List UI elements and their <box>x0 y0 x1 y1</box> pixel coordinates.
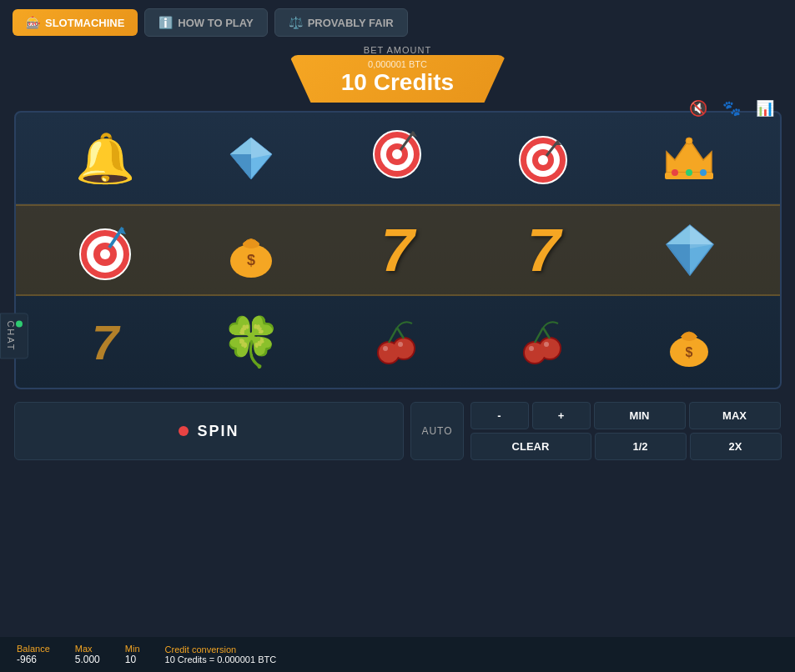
conversion-label: Credit conversion <box>165 644 277 654</box>
bet-controls: - + MIN MAX CLEAR 1/2 2X <box>470 402 782 460</box>
svg-point-39 <box>394 339 414 359</box>
bet-controls-top-row: - + MIN MAX <box>470 402 782 429</box>
conversion-value: 10 Credits = 0.000001 BTC <box>165 654 277 664</box>
svg-point-50 <box>529 346 534 351</box>
slot-cell-target-plain <box>477 125 611 192</box>
double-button[interactable]: 2X <box>690 433 782 460</box>
slotmachine-icon: 🎰 <box>26 16 40 29</box>
svg-point-18 <box>672 169 678 176</box>
max-bar-value: 5.000 <box>75 654 100 665</box>
svg-point-51 <box>544 342 549 347</box>
svg-text:$: $ <box>686 345 693 359</box>
top-navigation: 🎰 SLOTMACHINE ℹ️ HOW TO PLAY ⚖️ PROVABLY… <box>0 0 795 45</box>
cherry-icon-2 <box>516 315 571 369</box>
bet-amount-label: BET AMOUNT <box>289 45 506 55</box>
moneybag-icon-bottom: $ <box>662 315 717 369</box>
slot-row-top: 🔔 <box>16 113 780 204</box>
balance-label: Balance <box>17 644 50 654</box>
min-item: Min 10 <box>125 644 140 665</box>
slot-cell-cherry-2 <box>477 308 611 375</box>
provably-fair-nav-btn[interactable]: ⚖️ PROVABLY FAIR <box>274 8 408 37</box>
slot-cell-moneybag-middle: $ <box>184 217 318 283</box>
svg-line-41 <box>397 328 404 339</box>
clear-button[interactable]: CLEAR <box>470 433 591 460</box>
max-button[interactable]: MAX <box>689 402 781 429</box>
mute-icon[interactable]: 🔇 <box>685 95 712 122</box>
how-to-play-nav-btn[interactable]: ℹ️ HOW TO PLAY <box>144 8 267 37</box>
spin-button[interactable]: SPIN <box>14 402 405 460</box>
slot-cell-diamond-top <box>184 125 318 192</box>
svg-marker-2 <box>230 154 251 179</box>
auto-label: AUTO <box>421 425 452 437</box>
min-bar-label: Min <box>125 644 140 654</box>
scale-icon: ⚖️ <box>289 16 303 29</box>
crown-icon <box>658 131 721 185</box>
minus-button[interactable]: - <box>470 402 529 429</box>
cherry-icon-1 <box>370 315 425 369</box>
slot-cell-target-arrow <box>330 125 464 192</box>
svg-point-47 <box>540 339 560 359</box>
plus-button[interactable]: + <box>532 402 591 429</box>
slot-cell-clover: 🍀 <box>184 308 318 375</box>
svg-point-25 <box>100 249 110 259</box>
bet-amount-badge: 0,000001 BTC 10 Credits <box>289 55 506 103</box>
slot-cell-crown <box>623 125 757 192</box>
svg-point-53 <box>682 333 697 341</box>
chat-tab[interactable]: CHAT <box>0 313 28 359</box>
svg-point-20 <box>700 169 707 176</box>
slot-machine: 🔔 <box>14 111 782 389</box>
slot-cell-cherry-1 <box>330 308 464 375</box>
min-button[interactable]: MIN <box>594 402 686 429</box>
max-bar-label: Max <box>75 644 100 654</box>
main-content: BET AMOUNT 0,000001 BTC 10 Credits 🔇 🐾 📊… <box>0 45 795 460</box>
slot-row-middle: $ 7 7 <box>16 204 780 296</box>
svg-point-42 <box>383 346 388 351</box>
how-to-play-nav-label: HOW TO PLAY <box>178 17 253 29</box>
slotmachine-nav-label: SLOTMACHINE <box>45 17 124 29</box>
slot-row-bottom: 7 🍀 <box>16 296 780 388</box>
online-indicator <box>16 320 23 327</box>
slotmachine-nav-btn[interactable]: 🎰 SLOTMACHINE <box>13 9 138 36</box>
svg-text:$: $ <box>247 252 255 268</box>
target-arrow-group <box>370 125 425 191</box>
bullseye-icon-top <box>370 125 425 179</box>
slot-cell-seven-2: 7 <box>477 217 611 283</box>
spin-indicator <box>179 426 189 436</box>
min-bar-value: 10 <box>125 654 140 665</box>
settings-icon[interactable]: 🐾 <box>718 95 745 122</box>
controls-section: SPIN AUTO - + MIN MAX CLEAR 1/2 2X <box>14 402 782 460</box>
svg-marker-3 <box>230 138 251 154</box>
side-icons: 🔇 🐾 📊 <box>685 95 778 122</box>
moneybag-icon-middle: $ <box>222 221 280 279</box>
balance-item: Balance -966 <box>17 644 50 665</box>
slot-cell-diamond-middle <box>623 217 757 283</box>
conversion-item: Credit conversion 10 Credits = 0.000001 … <box>165 644 277 664</box>
max-item: Max 5.000 <box>75 644 100 665</box>
chart-icon[interactable]: 📊 <box>752 95 778 122</box>
info-icon: ℹ️ <box>158 16 173 29</box>
spin-label: SPIN <box>197 423 239 440</box>
slot-cell-moneybag-bottom: $ <box>623 308 757 375</box>
bullseye-icon-plain <box>516 131 571 185</box>
bet-amount-section: BET AMOUNT 0,000001 BTC 10 Credits <box>289 45 506 103</box>
slot-cell-target-blue <box>38 217 172 283</box>
bet-controls-bottom-row: CLEAR 1/2 2X <box>470 433 782 460</box>
svg-point-29 <box>243 240 259 248</box>
auto-button[interactable]: AUTO <box>410 402 463 460</box>
diamond-icon-top <box>226 133 276 183</box>
svg-point-19 <box>686 169 692 176</box>
bullseye-blue-icon <box>74 219 137 282</box>
svg-line-49 <box>543 328 550 339</box>
half-button[interactable]: 1/2 <box>595 433 687 460</box>
diamond-icon-middle <box>661 221 719 279</box>
slot-cell-seven-1: 7 <box>330 217 464 283</box>
slot-cell-bell: 🔔 <box>38 125 172 192</box>
chat-label: CHAT <box>6 320 16 351</box>
bet-amount-btc: 0,000001 BTC <box>323 59 473 69</box>
bet-amount-credits: 10 Credits <box>323 69 473 96</box>
svg-point-43 <box>398 342 403 347</box>
slot-cell-seven-bottom: 7 <box>38 308 172 375</box>
balance-value: -966 <box>17 654 50 665</box>
svg-point-21 <box>686 138 692 144</box>
bottom-bar: Balance -966 Max 5.000 Min 10 Credit con… <box>0 637 795 672</box>
